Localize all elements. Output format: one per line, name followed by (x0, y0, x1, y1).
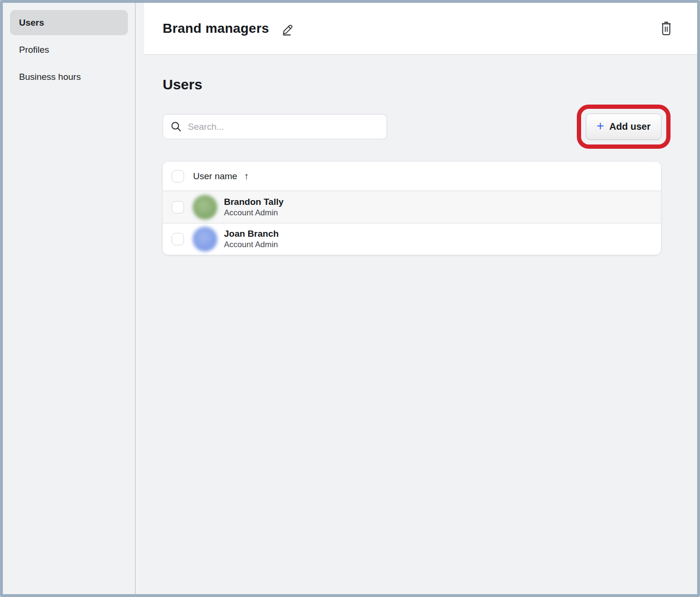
avatar (193, 227, 217, 251)
search-input[interactable] (188, 122, 379, 132)
sidebar-item-label: Profiles (19, 45, 49, 55)
users-table: User name ↑ Brandon Tally Account Admin … (163, 162, 661, 255)
sidebar-item-business-hours[interactable]: Business hours (10, 64, 128, 89)
table-row[interactable]: Joan Branch Account Admin (163, 223, 661, 255)
select-all-checkbox[interactable] (172, 170, 184, 183)
user-role: Account Admin (224, 208, 283, 218)
sort-asc-icon[interactable]: ↑ (244, 171, 249, 182)
row-checkbox[interactable] (172, 201, 184, 213)
delete-group-button[interactable] (658, 19, 674, 38)
trash-icon (660, 21, 672, 36)
pencil-icon (281, 21, 295, 36)
plus-icon: + (597, 120, 604, 133)
sidebar-item-users[interactable]: Users (10, 10, 128, 35)
search-icon (171, 121, 182, 132)
annotation-highlight: + Add user (577, 105, 671, 149)
main-area: Brand managers (136, 3, 697, 594)
users-panel: Users + Add user (136, 55, 697, 594)
column-user-name[interactable]: User name (193, 171, 237, 182)
toolbar-row: + Add user (163, 105, 661, 149)
avatar (193, 195, 217, 220)
user-cell: Brandon Tally Account Admin (224, 196, 283, 218)
section-title: Users (163, 76, 661, 93)
user-name: Brandon Tally (224, 196, 283, 208)
row-checkbox[interactable] (172, 233, 184, 245)
sidebar-item-label: Business hours (19, 72, 81, 82)
page-title: Brand managers (163, 21, 269, 36)
search-box (163, 114, 387, 139)
user-name: Joan Branch (224, 228, 279, 240)
sidebar-item-profiles[interactable]: Profiles (10, 37, 128, 62)
edit-title-button[interactable] (279, 19, 297, 38)
table-header: User name ↑ (163, 162, 661, 191)
page-header: Brand managers (144, 3, 697, 55)
settings-sidebar: Users Profiles Business hours (3, 3, 136, 594)
sidebar-item-label: Users (19, 18, 44, 28)
user-cell: Joan Branch Account Admin (224, 228, 279, 250)
table-row[interactable]: Brandon Tally Account Admin (163, 191, 661, 223)
add-user-label: Add user (609, 121, 651, 132)
add-user-button[interactable]: + Add user (586, 114, 661, 140)
user-role: Account Admin (224, 240, 279, 250)
